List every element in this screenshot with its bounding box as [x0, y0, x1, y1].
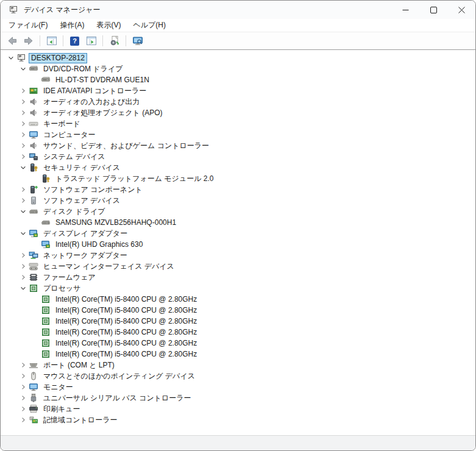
maximize-button[interactable] [419, 1, 447, 19]
tree-indent-spacer [30, 338, 41, 348]
processor-icon [41, 327, 51, 337]
chevron-right-icon[interactable] [18, 130, 29, 140]
chevron-down-icon[interactable] [5, 53, 16, 63]
status-bar [1, 435, 475, 450]
maximize-icon [430, 7, 437, 13]
tree-indent-spacer [30, 218, 41, 227]
chevron-right-icon[interactable] [18, 119, 29, 129]
help-button[interactable]: ? [67, 34, 82, 48]
chevron-right-icon[interactable] [18, 272, 29, 282]
tree-item[interactable]: Intel(R) Core(TM) i5-8400 CPU @ 2.80GHz [1, 316, 475, 327]
tree-item[interactable]: オーディオの入力および出力 [1, 96, 475, 107]
tree-item[interactable]: サウンド、ビデオ、およびゲーム コントローラー [1, 140, 475, 151]
tree-item[interactable]: ソフトウェア デバイス [1, 195, 475, 206]
tree-item[interactable]: プロセッサ [1, 283, 475, 294]
tree-item-label: キーボード [41, 119, 83, 129]
back-button[interactable] [4, 34, 20, 48]
tree-item[interactable]: ポート (COM と LPT) [1, 360, 475, 371]
tree-item[interactable]: 記憶域コントローラー [1, 414, 475, 425]
tree-item[interactable]: Intel(R) Core(TM) i5-8400 CPU @ 2.80GHz [1, 294, 475, 305]
title-bar: デバイス マネージャー [1, 1, 475, 19]
tree-item[interactable]: ユニバーサル シリアル バス コントローラー [1, 392, 475, 403]
tree-item[interactable]: コンピューター [1, 129, 475, 140]
tree-item[interactable]: ディスプレイ アダプター [1, 228, 475, 239]
menu-item-file[interactable]: ファイル(F) [2, 18, 54, 32]
tree-item[interactable]: マウスとそのほかのポインティング デバイス [1, 371, 475, 382]
scan-hardware-icon [109, 35, 120, 46]
tree-item-label: オーディオの入力および出力 [41, 97, 142, 107]
tree-item-label: コンピューター [41, 130, 98, 140]
cd-drive-icon [41, 75, 51, 85]
tree-item[interactable]: モニター [1, 382, 475, 392]
show-console-tree-button[interactable] [44, 34, 59, 48]
speaker-icon [29, 108, 38, 118]
monitor-icon [29, 382, 38, 392]
ide-controller-icon [29, 86, 38, 96]
tree-item[interactable]: DESKTOP-2812 [1, 52, 475, 63]
tree-item[interactable]: セキュリティ デバイス [1, 162, 475, 173]
tree-item[interactable]: ディスク ドライブ [1, 206, 475, 217]
scan-hardware-changes-button[interactable] [107, 34, 122, 48]
disk-drive-icon [29, 207, 38, 216]
tree-item[interactable]: システム デバイス [1, 151, 475, 162]
menu-item-action[interactable]: 操作(A) [54, 18, 90, 32]
chevron-right-icon[interactable] [18, 250, 29, 260]
monitor-icon [29, 130, 38, 140]
tree-indent-spacer [30, 75, 41, 85]
chevron-right-icon[interactable] [18, 360, 29, 370]
tree-item[interactable]: Intel(R) Core(TM) i5-8400 CPU @ 2.80GHz [1, 305, 475, 316]
minimize-button[interactable] [391, 1, 419, 19]
forward-button[interactable] [21, 34, 36, 48]
tree-item[interactable]: Intel(R) Core(TM) i5-8400 CPU @ 2.80GHz [1, 327, 475, 338]
toolbar-separator [63, 35, 63, 46]
tree-item[interactable]: DVD/CD-ROM ドライブ [1, 63, 475, 74]
tree-item-label: ユニバーサル シリアル バス コントローラー [41, 393, 194, 403]
chevron-down-icon[interactable] [18, 229, 29, 238]
tree-item[interactable]: トラステッド プラットフォーム モジュール 2.0 [1, 173, 475, 184]
device-manager-window: デバイス マネージャー ファイル(F)操作(A)表示(V)ヘルプ(H) ? DE… [0, 0, 476, 451]
storage-controller-icon [29, 415, 38, 425]
tree-item[interactable]: キーボード [1, 118, 475, 129]
remote-computer-button[interactable] [130, 34, 145, 48]
chevron-right-icon[interactable] [18, 141, 29, 151]
tree-item-label: ファームウェア [41, 272, 98, 283]
chevron-right-icon[interactable] [18, 261, 29, 271]
chevron-right-icon[interactable] [18, 196, 29, 205]
chevron-right-icon[interactable] [18, 371, 29, 381]
tree-item[interactable]: オーディオ処理オブジェクト (APO) [1, 107, 475, 118]
tree-item-label: ポート (COM と LPT) [41, 360, 117, 371]
tree-item[interactable]: ファームウェア [1, 272, 475, 283]
chevron-down-icon[interactable] [18, 64, 29, 74]
menu-item-help[interactable]: ヘルプ(H) [127, 18, 172, 32]
back-arrow-icon [7, 35, 18, 46]
chevron-down-icon[interactable] [18, 283, 29, 293]
tree-item[interactable]: ヒューマン インターフェイス デバイス [1, 261, 475, 272]
help-icon: ? [70, 37, 79, 46]
tree-item[interactable]: ソフトウェア コンポーネント [1, 184, 475, 195]
tree-item[interactable]: Intel(R) Core(TM) i5-8400 CPU @ 2.80GHz [1, 349, 475, 360]
tree-item[interactable]: Intel(R) Core(TM) i5-8400 CPU @ 2.80GHz [1, 338, 475, 349]
processor-icon [41, 294, 51, 304]
show-action-pane-button[interactable] [83, 34, 99, 48]
chevron-right-icon[interactable] [18, 382, 29, 392]
tree-item[interactable]: HL-DT-ST DVDRAM GUE1N [1, 74, 475, 85]
tree-item[interactable]: 印刷キュー [1, 403, 475, 414]
chevron-right-icon[interactable] [18, 415, 29, 425]
chevron-right-icon[interactable] [18, 97, 29, 107]
chevron-down-icon[interactable] [18, 207, 29, 216]
chevron-right-icon[interactable] [18, 86, 29, 96]
chevron-right-icon[interactable] [18, 108, 29, 118]
chevron-down-icon[interactable] [18, 163, 29, 172]
chevron-right-icon[interactable] [18, 185, 29, 194]
menu-item-view[interactable]: 表示(V) [90, 18, 127, 32]
tree-indent-spacer [30, 240, 41, 249]
tree-item[interactable]: SAMSUNG MZVLB256HAHQ-000H1 [1, 217, 475, 228]
close-button[interactable] [447, 1, 475, 19]
tree-item[interactable]: IDE ATA/ATAPI コントローラー [1, 85, 475, 96]
tree-item-label: サウンド、ビデオ、およびゲーム コントローラー [41, 141, 211, 151]
chevron-right-icon[interactable] [18, 393, 29, 403]
chevron-right-icon[interactable] [18, 404, 29, 414]
tree-item[interactable]: Intel(R) UHD Graphics 630 [1, 239, 475, 250]
tree-item[interactable]: ネットワーク アダプター [1, 250, 475, 261]
chevron-right-icon[interactable] [18, 152, 29, 162]
